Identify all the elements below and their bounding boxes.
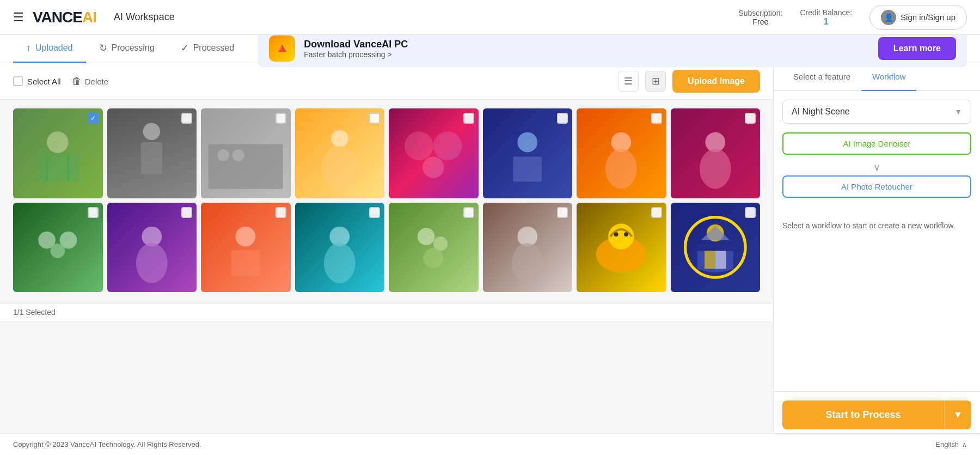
toolbar: Select All 🗑 Delete ☰ ⊞ Upload Image — [0, 63, 773, 100]
credit-info: Credit Balance: 1 — [800, 8, 852, 27]
image-checkbox[interactable] — [275, 113, 286, 124]
svg-rect-41 — [715, 251, 726, 269]
delete-label: Delete — [85, 77, 108, 86]
selected-count: 1/1 Selected — [13, 308, 56, 317]
svg-point-33 — [512, 243, 543, 283]
select-all-area[interactable]: Select All — [13, 76, 61, 86]
image-cell[interactable] — [201, 108, 291, 198]
image-cell[interactable] — [201, 203, 291, 293]
svg-point-12 — [433, 132, 462, 161]
workspace-label: AI Workspace — [114, 11, 175, 23]
right-panel-tabs: Select a feature Workflow — [774, 63, 980, 91]
image-grid: ✓ — [0, 100, 773, 301]
svg-point-11 — [405, 132, 434, 161]
image-checkbox[interactable] — [651, 207, 662, 218]
image-cell[interactable] — [483, 203, 573, 293]
hamburger-icon[interactable]: ☰ — [13, 10, 24, 25]
subscription-label: Subscription: — [738, 9, 782, 17]
svg-rect-40 — [705, 251, 715, 269]
svg-rect-1 — [36, 153, 79, 182]
image-cell[interactable] — [671, 203, 761, 293]
svg-point-13 — [423, 157, 444, 178]
subscription-value: Free — [753, 17, 769, 26]
ai-photo-retoucher-button[interactable]: AI Photo Retoucher — [782, 175, 971, 198]
image-cell[interactable] — [295, 203, 385, 293]
banner-text-block: Download VanceAI PC Faster batch process… — [304, 39, 869, 59]
image-cell[interactable] — [483, 108, 573, 198]
image-checkbox[interactable] — [181, 113, 192, 124]
tab-select-feature[interactable]: Select a feature — [782, 63, 861, 91]
processed-icon: ✓ — [181, 42, 189, 54]
language-selector[interactable]: English ∧ — [935, 440, 967, 448]
image-cell[interactable] — [295, 108, 385, 198]
svg-point-36 — [614, 232, 618, 236]
status-bar: 1/1 Selected — [0, 303, 773, 321]
ai-image-denoiser-button[interactable]: AI Image Denoiser — [782, 132, 971, 155]
grid-view-button[interactable]: ⊞ — [645, 71, 666, 92]
main-layout: Select All 🗑 Delete ☰ ⊞ Upload Image ✓ — [0, 63, 980, 455]
header: ☰ VANCEAI AI Workspace Subscription: Fre… — [0, 0, 980, 35]
image-cell[interactable] — [577, 108, 666, 198]
svg-point-24 — [136, 243, 168, 283]
image-cell[interactable] — [389, 203, 479, 293]
learn-more-button[interactable]: Learn more — [878, 37, 956, 60]
image-cell[interactable] — [13, 203, 103, 293]
svg-point-14 — [517, 132, 537, 153]
language-label: English — [935, 440, 959, 448]
sign-in-button[interactable]: 👤 Sign in/Sign up — [869, 5, 967, 30]
subscription-info: Subscription: Free — [738, 9, 782, 26]
image-cell[interactable] — [577, 203, 666, 293]
feature-dropdown[interactable]: AI Night Scene ▼ — [782, 100, 971, 124]
start-process-dropdown-button[interactable]: ▼ — [944, 401, 971, 429]
uploaded-icon: ↑ — [26, 43, 31, 54]
header-right: Subscription: Free Credit Balance: 1 👤 S… — [738, 5, 967, 30]
image-cell[interactable] — [389, 108, 479, 198]
avatar-icon: 👤 — [881, 10, 896, 25]
chevron-down-icon: ▼ — [954, 107, 962, 116]
logo-text: VANCEAI — [33, 9, 96, 26]
delete-button[interactable]: 🗑 Delete — [72, 76, 108, 87]
tab-workflow[interactable]: Workflow — [861, 63, 916, 91]
svg-point-35 — [609, 223, 634, 249]
upload-image-button[interactable]: Upload Image — [672, 70, 760, 93]
credit-value: 1 — [824, 17, 829, 27]
tab-processing[interactable]: ↻ Processing — [86, 35, 168, 63]
tabs-bar: ↑ Uploaded ↻ Processing ✓ Processed 🔺 Do… — [0, 35, 980, 63]
svg-point-8 — [232, 149, 244, 161]
list-view-button[interactable]: ☰ — [618, 71, 639, 92]
svg-point-17 — [605, 149, 637, 189]
svg-point-25 — [236, 227, 256, 247]
logo: VANCEAI — [33, 9, 96, 26]
image-cell[interactable] — [107, 108, 197, 198]
expand-icon: ∨ — [873, 161, 880, 173]
image-cell[interactable] — [107, 203, 197, 293]
tab-uploaded-label: Uploaded — [35, 43, 73, 53]
banner-logo: 🔺 — [269, 35, 295, 62]
image-cell[interactable]: ✓ — [13, 108, 103, 198]
select-all-checkbox[interactable] — [13, 76, 23, 86]
tab-processed[interactable]: ✓ Processed — [168, 35, 248, 63]
svg-rect-5 — [141, 143, 162, 175]
svg-point-9 — [331, 130, 348, 148]
right-panel: Select a feature Workflow AI Night Scene… — [773, 63, 980, 455]
credit-label: Credit Balance: — [800, 8, 852, 17]
svg-point-28 — [324, 243, 356, 283]
tab-uploaded[interactable]: ↑ Uploaded — [13, 35, 86, 63]
tab-processing-label: Processing — [112, 43, 155, 53]
banner-subtitle: Faster batch processing > — [304, 50, 869, 59]
start-process-button[interactable]: Start to Process — [782, 401, 944, 429]
svg-point-10 — [322, 146, 358, 189]
footer: Copyright © 2023 VanceAI Technology. All… — [0, 433, 980, 455]
svg-point-4 — [143, 123, 161, 141]
left-panel: Select All 🗑 Delete ☰ ⊞ Upload Image ✓ — [0, 63, 773, 455]
svg-point-31 — [424, 248, 444, 268]
image-cell[interactable] — [671, 108, 761, 198]
svg-rect-26 — [231, 250, 260, 276]
language-chevron-icon: ∧ — [962, 441, 967, 448]
banner-title: Download VanceAI PC — [304, 39, 869, 50]
workflow-text: Select a workflow to start or create a n… — [774, 211, 980, 240]
image-checkbox[interactable] — [745, 207, 756, 218]
svg-point-0 — [47, 132, 69, 153]
sign-in-label: Sign in/Sign up — [901, 13, 955, 22]
logo-ai: AI — [82, 9, 96, 26]
